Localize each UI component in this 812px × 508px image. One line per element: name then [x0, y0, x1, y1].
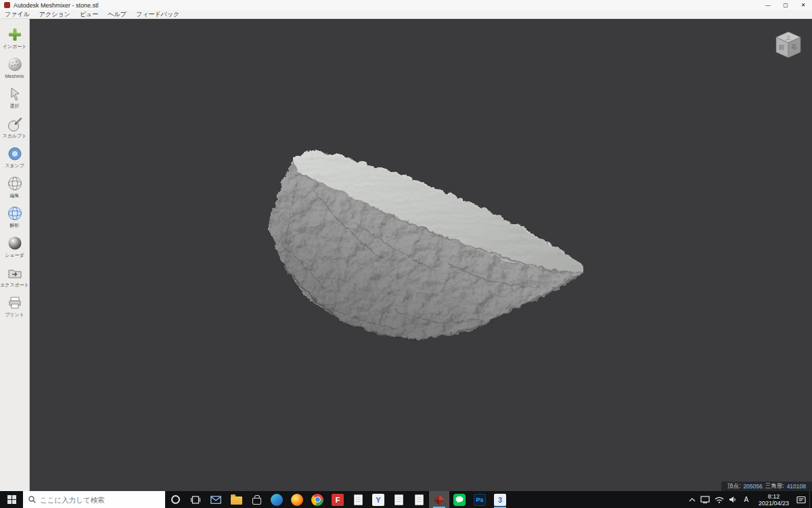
three-d-app-icon: 3 — [494, 494, 506, 506]
folder-icon — [231, 496, 242, 505]
taskbar-app-line[interactable] — [449, 491, 470, 508]
taskbar-app-doc3[interactable] — [409, 491, 429, 508]
action-center-icon[interactable] — [796, 496, 806, 504]
menu-view[interactable]: ビュー — [75, 10, 103, 19]
view-cube-top-label: 上 — [786, 35, 791, 40]
print-icon — [7, 294, 23, 312]
title-bar[interactable]: Autodesk Meshmixer - stone.stl — ▢ ✕ — [0, 0, 812, 10]
document-icon — [354, 494, 363, 505]
photoshop-icon: Ps — [474, 494, 486, 506]
taskbar-app-y[interactable]: Y — [368, 491, 388, 508]
import-plus-icon — [7, 26, 23, 43]
taskbar-app-notepad[interactable] — [348, 491, 368, 508]
search-icon — [28, 496, 36, 503]
tool-shaders[interactable]: シェーダ — [0, 231, 30, 261]
tool-select-label: 選択 — [10, 104, 20, 109]
stamp-icon — [7, 145, 23, 163]
taskbar-app-f[interactable]: F — [328, 491, 348, 508]
vertices-label: 頂点: — [727, 482, 740, 490]
meshmixer-logo-icon — [4, 2, 10, 8]
speaker-icon[interactable] — [729, 496, 737, 503]
tool-export[interactable]: エクスポート — [0, 261, 30, 291]
ime-indicator[interactable]: A — [742, 496, 751, 503]
view-cube[interactable]: 上 前 右 — [773, 30, 804, 60]
tool-palette: インポート Meshmix 選択 — [0, 19, 30, 491]
task-view-button[interactable] — [185, 491, 206, 508]
document-icon — [415, 494, 424, 505]
tool-export-label: エクスポート — [0, 282, 29, 288]
search-input[interactable] — [40, 496, 148, 504]
tool-import-label: インポート — [3, 44, 27, 49]
cortana-icon — [171, 495, 180, 504]
taskbar-app-mail[interactable] — [206, 491, 226, 508]
taskbar-search[interactable] — [23, 491, 165, 508]
window-title: Autodesk Meshmixer - stone.stl — [14, 2, 99, 9]
select-arrow-icon — [7, 85, 23, 103]
menu-file[interactable]: ファイル — [0, 10, 35, 19]
analysis-wireframe-sphere-icon — [7, 205, 23, 222]
mail-icon — [210, 496, 221, 504]
view-cube-right-label: 右 — [791, 43, 798, 50]
chrome-icon — [311, 494, 323, 506]
tool-sculpt[interactable]: スカルプト — [0, 112, 30, 142]
vertices-value: 205056 — [743, 483, 762, 490]
meshmixer-icon — [433, 494, 445, 506]
clock-date: 2021/04/23 — [759, 500, 789, 507]
sculpt-brush-icon — [7, 115, 23, 133]
tool-stamp-label: スタンプ — [5, 163, 24, 169]
tool-print[interactable]: プリント — [0, 291, 30, 320]
taskbar-app-edge[interactable] — [267, 491, 287, 508]
store-bag-icon — [252, 498, 261, 505]
menu-feedback[interactable]: フィードバック — [131, 10, 184, 19]
meshmixer-window: Autodesk Meshmixer - stone.stl — ▢ ✕ ファイ… — [0, 0, 812, 508]
tool-meshmix-label: Meshmix — [5, 74, 24, 79]
triangles-value: 410108 — [787, 483, 806, 490]
taskbar-app-meshmixer[interactable] — [429, 491, 449, 508]
taskbar-app-3d[interactable]: 3 — [490, 491, 510, 508]
menu-help[interactable]: ヘルプ — [103, 10, 131, 19]
tray-chevron-up-icon[interactable] — [689, 498, 696, 502]
close-button[interactable]: ✕ — [794, 0, 812, 10]
tool-import[interactable]: インポート — [0, 22, 30, 52]
taskbar-app-chrome[interactable] — [307, 491, 328, 508]
f-app-icon: F — [332, 494, 344, 506]
line-icon — [453, 494, 466, 506]
menu-actions[interactable]: アクション — [35, 10, 75, 19]
taskbar-app-store[interactable] — [246, 491, 267, 508]
tool-print-label: プリント — [5, 312, 24, 318]
tool-select[interactable]: 選択 — [0, 82, 30, 112]
minimize-button[interactable]: — — [759, 0, 777, 10]
windows-logo-icon — [7, 495, 16, 504]
taskbar-app-explorer[interactable] — [226, 491, 246, 508]
viewport-canvas[interactable]: 上 前 右 頂点: 205056 三角形: 410108 — [30, 19, 812, 491]
tool-edit[interactable]: 編集 — [0, 171, 30, 201]
export-folder-icon — [7, 264, 23, 282]
monitor-icon[interactable] — [700, 496, 710, 503]
meshmix-sphere-icon — [7, 56, 23, 73]
taskbar-clock[interactable]: 8:12 2021/04/23 — [756, 493, 792, 507]
start-button[interactable] — [0, 491, 23, 508]
shader-sphere-icon — [7, 234, 23, 252]
tool-analysis[interactable]: 解析 — [0, 201, 30, 231]
view-cube-front-label: 前 — [779, 44, 785, 51]
tool-stamp[interactable]: スタンプ — [0, 142, 30, 171]
maximize-button[interactable]: ▢ — [777, 0, 794, 10]
edge-icon — [271, 494, 283, 506]
triangles-label: 三角形: — [765, 482, 784, 490]
tool-meshmix[interactable]: Meshmix — [0, 52, 30, 82]
document-icon — [394, 494, 403, 505]
y-app-icon: Y — [372, 494, 384, 506]
windows-taskbar: F Y — [0, 491, 812, 508]
taskbar-app-doc2[interactable] — [388, 491, 409, 508]
tool-sculpt-label: スカルプト — [3, 133, 27, 139]
wifi-icon[interactable] — [715, 496, 724, 503]
menu-bar: ファイル アクション ビュー ヘルプ フィードバック — [0, 10, 812, 19]
show-desktop-strip[interactable] — [809, 491, 812, 508]
taskbar-app-firefox[interactable] — [287, 491, 307, 508]
cortana-button[interactable] — [165, 491, 185, 508]
tool-shaders-label: シェーダ — [5, 253, 24, 258]
stone-model — [30, 19, 812, 491]
edit-wireframe-sphere-icon — [7, 175, 23, 192]
taskbar-app-photoshop[interactable]: Ps — [470, 491, 490, 508]
tool-analysis-label: 解析 — [10, 223, 20, 228]
